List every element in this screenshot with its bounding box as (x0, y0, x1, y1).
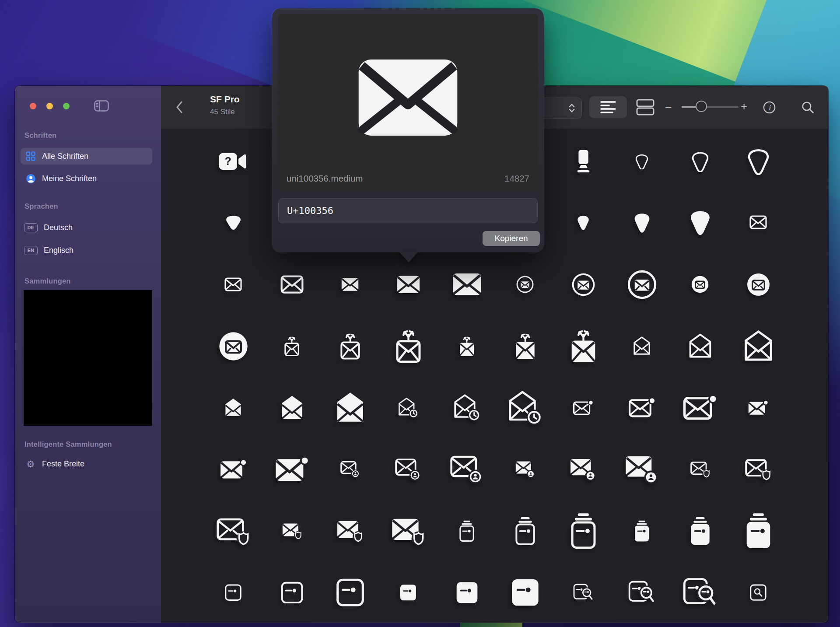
fan-outline-glyph[interactable] (682, 143, 718, 180)
mail-stack-fill-glyph[interactable] (682, 513, 718, 550)
fan-outline-glyph[interactable] (740, 143, 777, 180)
envelope-circle-glyph[interactable] (507, 266, 543, 303)
envelope-circle-fill-glyph[interactable] (215, 328, 252, 364)
mail-search-glyph[interactable] (682, 574, 718, 611)
mail-flat-outline-glyph[interactable] (215, 574, 252, 611)
projector-fill-glyph[interactable] (565, 143, 602, 180)
envelope-person-fill-glyph[interactable] (565, 451, 602, 488)
envelope-shield-outline-glyph[interactable] (740, 451, 777, 488)
grid-view-button[interactable] (630, 96, 661, 118)
envelope-open-fill-glyph[interactable] (273, 389, 310, 426)
envelope-badge-outline-glyph[interactable] (682, 389, 718, 426)
envelope-person-outline-glyph[interactable] (448, 451, 485, 488)
questionmark-video-fill-glyph[interactable]: ? (215, 143, 252, 180)
mail-flat-fill-glyph[interactable] (390, 574, 427, 611)
envelope-shield-fill-glyph[interactable] (332, 513, 368, 550)
envelope-person-outline-glyph[interactable] (390, 451, 427, 488)
envelope-open-outline-glyph[interactable] (623, 328, 660, 364)
mail-stack-fill-glyph[interactable] (740, 513, 777, 550)
envelope-open-outline-glyph[interactable] (682, 328, 718, 364)
copy-button[interactable]: Kopieren (483, 231, 540, 246)
envelope-branch-outline-glyph[interactable] (273, 328, 310, 364)
envelope-outline-glyph[interactable] (215, 266, 252, 303)
envelope-circle-fill-glyph[interactable] (740, 266, 777, 303)
envelope-fill-glyph[interactable] (332, 266, 368, 303)
envelope-person-outline-glyph[interactable] (332, 451, 368, 488)
envelope-shield-outline-glyph[interactable] (215, 513, 252, 550)
envelope-shield-fill-glyph[interactable] (273, 513, 310, 550)
envelope-badge-fill-glyph[interactable] (215, 451, 252, 488)
language-badge: DE (24, 223, 38, 232)
info-button[interactable]: i (763, 101, 776, 114)
envelope-open-clock-glyph[interactable] (448, 389, 485, 426)
mail-search-inside-glyph[interactable] (740, 574, 777, 611)
sidebar-item-englisch[interactable]: ENEnglisch (21, 242, 152, 259)
envelope-person-fill-glyph[interactable] (507, 451, 543, 488)
sidebar-toggle-icon[interactable] (94, 100, 109, 112)
back-button[interactable] (174, 101, 185, 114)
envelope-branch-fill-glyph[interactable] (565, 328, 602, 364)
popover-arrow (399, 252, 418, 263)
envelope-badge-outline-glyph[interactable] (565, 389, 602, 426)
close-button[interactable] (30, 103, 36, 109)
envelope-circle-glyph[interactable] (565, 266, 602, 303)
envelope-branch-outline-glyph[interactable] (332, 328, 368, 364)
mail-flat-fill-glyph[interactable] (507, 574, 543, 611)
minimize-button[interactable] (46, 103, 53, 109)
envelope-badge-fill-glyph[interactable] (740, 389, 777, 426)
fan-fill-glyph[interactable] (565, 204, 602, 241)
sidebar-item-alle-schriften[interactable]: Alle Schriften (21, 148, 152, 165)
fan-fill-flat-glyph[interactable] (215, 204, 252, 241)
envelope-branch-fill-glyph[interactable] (507, 328, 543, 364)
zoom-out-button[interactable]: − (665, 102, 672, 113)
fan-outline-glyph[interactable] (623, 143, 660, 180)
fan-fill-glyph[interactable] (623, 204, 660, 241)
sidebar-item-meine-schriften[interactable]: Meine Schriften (21, 170, 152, 187)
zoom-button[interactable] (63, 103, 70, 109)
envelope-fill-glyph[interactable] (390, 266, 427, 303)
mail-flat-outline-glyph[interactable] (332, 574, 368, 611)
unicode-input[interactable]: U+100356 (278, 198, 538, 223)
envelope-circle-fill-glyph[interactable] (682, 266, 718, 303)
size-slider[interactable] (682, 106, 738, 108)
envelope-circle-glyph[interactable] (623, 266, 660, 303)
envelope-shield-fill-glyph[interactable] (390, 513, 427, 550)
envelope-outline-glyph[interactable] (740, 204, 777, 241)
window-controls (15, 86, 102, 116)
envelope-branch-outline-glyph[interactable] (390, 328, 427, 364)
info-icon: i (763, 101, 776, 114)
search-icon (802, 101, 815, 114)
envelope-branch-fill-glyph[interactable] (448, 328, 485, 364)
mail-stack-outline-glyph[interactable] (565, 513, 602, 550)
list-view-button[interactable] (589, 96, 627, 118)
mail-stack-outline-glyph[interactable] (507, 513, 543, 550)
envelope-outline-glyph[interactable] (273, 266, 310, 303)
envelope-open-fill-glyph[interactable] (215, 389, 252, 426)
envelope-open-fill-glyph[interactable] (332, 389, 368, 426)
search-button[interactable] (802, 101, 815, 114)
mail-search-glyph[interactable] (565, 574, 602, 611)
sidebar-item-deutsch[interactable]: DEDeutsch (21, 219, 152, 236)
svg-text:?: ? (224, 155, 231, 167)
glyph-preview-panel: uni100356.medium 14827 (278, 14, 538, 191)
mail-stack-outline-glyph[interactable] (448, 513, 485, 550)
envelope-shield-outline-glyph[interactable] (682, 451, 718, 488)
zoom-in-button[interactable]: + (741, 101, 747, 112)
sidebar-item-feste-breite[interactable]: ⚙Feste Breite (21, 455, 152, 472)
collection-preview[interactable] (24, 290, 152, 426)
envelope-person-fill-glyph[interactable] (623, 451, 660, 488)
envelope-open-clock-glyph[interactable] (507, 389, 543, 426)
envelope-badge-fill-glyph[interactable] (273, 451, 310, 488)
sidebar-item-label: Meine Schriften (42, 174, 97, 183)
mail-flat-fill-glyph[interactable] (448, 574, 485, 611)
envelope-badge-outline-glyph[interactable] (623, 389, 660, 426)
envelope-fill-glyph[interactable] (448, 266, 485, 303)
mail-stack-fill-glyph[interactable] (623, 513, 660, 550)
size-slider-knob[interactable] (696, 101, 707, 112)
mail-flat-outline-glyph[interactable] (273, 574, 310, 611)
fan-fill-glyph[interactable] (682, 204, 718, 241)
grid-icon (25, 151, 36, 161)
mail-search-glyph[interactable] (623, 574, 660, 611)
envelope-open-outline-glyph[interactable] (740, 328, 777, 364)
envelope-open-clock-glyph[interactable] (390, 389, 427, 426)
